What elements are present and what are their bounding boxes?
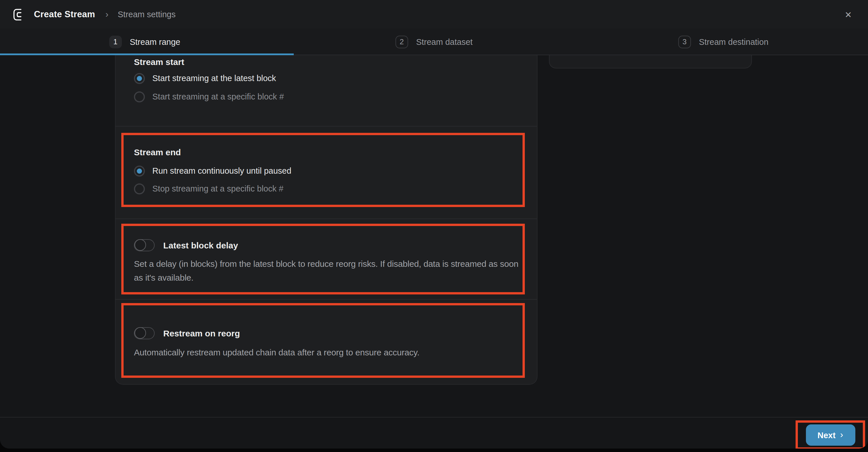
- side-panel-edge: [549, 55, 752, 68]
- next-button[interactable]: Next ›: [806, 424, 855, 446]
- step-number-badge: 2: [396, 35, 408, 48]
- toggle-knob: [134, 327, 146, 339]
- section-heading: Stream end: [134, 147, 519, 158]
- close-icon[interactable]: ✕: [842, 8, 854, 21]
- toggle-knob: [134, 239, 146, 251]
- radio-option-specific-block-stop[interactable]: Stop streaming at a specific block #: [134, 182, 519, 195]
- radio-icon[interactable]: [134, 73, 145, 84]
- tab-stream-destination[interactable]: 3 Stream destination: [579, 29, 868, 55]
- chevron-right-icon: ›: [840, 430, 843, 439]
- step-number-badge: 1: [109, 35, 122, 48]
- create-stream-modal: Create Stream › Stream settings ✕ 1 Stre…: [0, 0, 868, 449]
- stream-range-card: Stream start Start streaming at the late…: [115, 55, 537, 385]
- tab-label: Stream dataset: [416, 37, 473, 46]
- section-heading: Stream start: [134, 56, 519, 68]
- restream-on-reorg-toggle[interactable]: [134, 327, 155, 339]
- latest-block-delay-row: Latest block delay: [134, 238, 519, 252]
- tab-stream-dataset[interactable]: 2 Stream dataset: [289, 29, 579, 55]
- radio-option-run-continuously[interactable]: Run stream continuously until paused: [134, 164, 519, 177]
- restream-on-reorg-section: Restream on reorg Automatically restream…: [116, 300, 537, 385]
- radio-label: Start streaming at the latest block: [152, 73, 276, 83]
- modal-title: Create Stream: [34, 9, 95, 20]
- modal-header: Create Stream › Stream settings ✕: [0, 0, 868, 29]
- toggle-description: Set a delay (in blocks) from the latest …: [134, 257, 519, 284]
- toggle-description: Automatically restream updated chain dat…: [134, 345, 519, 359]
- toggle-label: Latest block delay: [163, 240, 238, 250]
- step-number-badge: 3: [678, 35, 691, 48]
- stream-end-section: Stream end Run stream continuously until…: [116, 126, 537, 219]
- radio-label: Run stream continuously until paused: [152, 166, 291, 175]
- radio-icon[interactable]: [134, 183, 145, 194]
- breadcrumb: Stream settings: [118, 10, 176, 19]
- radio-label: Start streaming at a specific block #: [152, 92, 284, 101]
- stream-start-section: Stream start Start streaming at the late…: [116, 55, 537, 126]
- radio-icon[interactable]: [134, 165, 145, 176]
- modal-footer: Next ›: [0, 417, 868, 449]
- next-button-label: Next: [817, 430, 836, 440]
- tab-label: Stream destination: [699, 37, 769, 46]
- active-tab-underline: [0, 54, 294, 55]
- tab-stream-range[interactable]: 1 Stream range: [0, 29, 289, 55]
- tab-label: Stream range: [130, 37, 180, 46]
- radio-icon[interactable]: [134, 91, 145, 102]
- annotation-box-restream-on-reorg: [121, 303, 525, 378]
- radio-label: Stop streaming at a specific block #: [152, 184, 283, 193]
- step-tabs: 1 Stream range 2 Stream dataset 3 Stream…: [0, 29, 868, 55]
- restream-on-reorg-row: Restream on reorg: [134, 326, 519, 340]
- radio-option-latest-block[interactable]: Start streaming at the latest block: [134, 72, 519, 85]
- latest-block-delay-toggle[interactable]: [134, 239, 155, 251]
- screen: Create Stream › Stream settings ✕ 1 Stre…: [0, 0, 868, 452]
- radio-option-specific-block-start[interactable]: Start streaming at a specific block #: [134, 90, 519, 103]
- breadcrumb-chevron-icon: ›: [105, 10, 108, 19]
- content-area: Stream start Start streaming at the late…: [0, 55, 868, 417]
- toggle-label: Restream on reorg: [163, 328, 240, 338]
- annotation-box-next: Next ›: [796, 420, 865, 449]
- stream-logo-icon: [11, 7, 26, 22]
- latest-block-delay-section: Latest block delay Set a delay (in block…: [116, 219, 537, 300]
